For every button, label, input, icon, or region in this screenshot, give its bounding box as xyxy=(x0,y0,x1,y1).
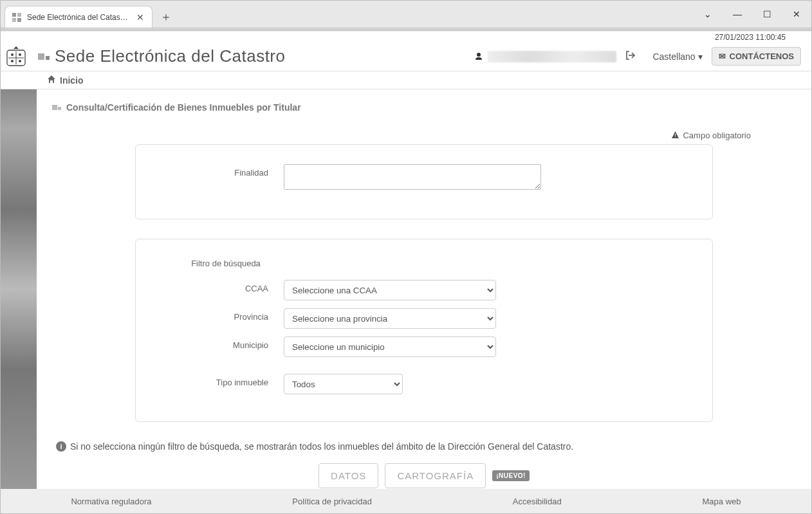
breadcrumb: Inicio xyxy=(1,71,811,89)
coat-of-arms-logo xyxy=(1,42,32,71)
contact-button[interactable]: ✉ CONTÁCTENOS xyxy=(712,47,801,66)
provincia-label: Provincia xyxy=(155,308,284,322)
svg-rect-14 xyxy=(675,136,676,137)
panel-filtro: Filtro de búsqueda CCAA Seleccione una C… xyxy=(135,239,713,422)
svg-rect-3 xyxy=(17,18,21,22)
contact-label: CONTÁCTENOS xyxy=(730,51,794,61)
timestamp-bar: 27/01/2023 11:00:45 xyxy=(1,32,811,42)
window-maximize-icon[interactable]: ☐ xyxy=(752,1,782,28)
site-title: Sede Electrónica del Catastro xyxy=(55,46,285,66)
filter-title: Filtro de búsqueda xyxy=(155,259,297,268)
action-buttons-row: DATOS CARTOGRAFÍA ¡NUEVO! xyxy=(52,463,796,488)
svg-point-7 xyxy=(11,53,14,56)
footer-link-privacidad[interactable]: Política de privacidad xyxy=(292,497,372,506)
ccaa-label: CCAA xyxy=(155,280,284,293)
required-field-note: Campo obligatorio xyxy=(52,131,751,140)
municipio-select[interactable]: Seleccione un municipio xyxy=(284,336,496,357)
window-minimize-icon[interactable]: ― xyxy=(723,1,752,28)
footer-link-mapa[interactable]: Mapa web xyxy=(703,497,741,506)
site-header: Sede Electrónica del Catastro Castellano… xyxy=(1,42,811,71)
svg-rect-2 xyxy=(12,18,16,22)
chevron-down-icon[interactable]: ⌄ xyxy=(693,1,723,28)
cartografia-button[interactable]: CARTOGRAFÍA xyxy=(385,463,486,488)
page-title-row: Consulta/Certificación de Bienes Inmuebl… xyxy=(52,102,796,113)
info-text: Si no selecciona ningún filtro de búsque… xyxy=(70,441,573,452)
window-controls: ⌄ ― ☐ ✕ xyxy=(693,1,811,28)
caret-down-icon: ▾ xyxy=(698,51,703,62)
footer-link-normativa[interactable]: Normativa reguladora xyxy=(71,497,151,506)
finalidad-label: Finalidad xyxy=(155,164,284,178)
tipo-inmueble-label: Tipo inmueble xyxy=(155,374,284,387)
page-title: Consulta/Certificación de Bienes Inmuebl… xyxy=(66,102,301,113)
site-logo-squares-icon xyxy=(38,53,50,60)
timestamp: 27/01/2023 11:00:45 xyxy=(715,33,786,42)
ccaa-select[interactable]: Seleccione una CCAA xyxy=(284,280,496,300)
footer-link-accesibilidad[interactable]: Accesibilidad xyxy=(513,497,562,506)
svg-point-9 xyxy=(11,60,14,62)
required-note-text: Campo obligatorio xyxy=(683,131,751,140)
window-close-icon[interactable]: ✕ xyxy=(782,1,811,28)
svg-rect-0 xyxy=(12,13,16,17)
warning-icon xyxy=(671,131,682,140)
tab-title: Sede Electrónica del Catastro - C xyxy=(27,13,130,22)
nuevo-badge: ¡NUEVO! xyxy=(492,470,530,481)
page-title-icon xyxy=(52,105,61,110)
user-area xyxy=(475,50,636,63)
info-icon: i xyxy=(56,441,66,452)
user-name-redacted xyxy=(488,51,616,62)
tab-favicon xyxy=(12,12,22,23)
svg-point-11 xyxy=(477,53,481,57)
tab-close-icon[interactable]: ✕ xyxy=(135,12,145,23)
user-icon xyxy=(475,51,483,62)
municipio-label: Municipio xyxy=(155,336,284,350)
svg-rect-13 xyxy=(675,134,676,136)
svg-point-8 xyxy=(19,53,21,56)
provincia-select[interactable]: Seleccione una provincia xyxy=(284,308,496,329)
svg-rect-1 xyxy=(17,13,21,17)
finalidad-input[interactable] xyxy=(284,164,541,190)
envelope-icon: ✉ xyxy=(719,51,726,61)
panel-finalidad: Finalidad xyxy=(135,144,713,219)
browser-tab-bar: Sede Electrónica del Catastro - C ✕ ＋ ⌄ … xyxy=(1,1,811,28)
language-selector[interactable]: Castellano ▾ xyxy=(652,51,702,62)
browser-tab[interactable]: Sede Electrónica del Catastro - C ✕ xyxy=(5,6,152,28)
tipo-inmueble-select[interactable]: Todos xyxy=(284,374,403,394)
footer: Normativa reguladora Política de privaci… xyxy=(1,489,811,513)
svg-point-10 xyxy=(19,60,21,62)
home-icon[interactable] xyxy=(47,75,56,86)
info-line: i Si no selecciona ningún filtro de búsq… xyxy=(56,441,796,452)
new-tab-button[interactable]: ＋ xyxy=(156,7,176,26)
language-label: Castellano xyxy=(652,51,695,62)
logout-icon[interactable] xyxy=(625,50,636,63)
sidebar-decorative-image xyxy=(1,89,37,489)
datos-button[interactable]: DATOS xyxy=(318,463,378,488)
breadcrumb-home[interactable]: Inicio xyxy=(60,75,84,86)
